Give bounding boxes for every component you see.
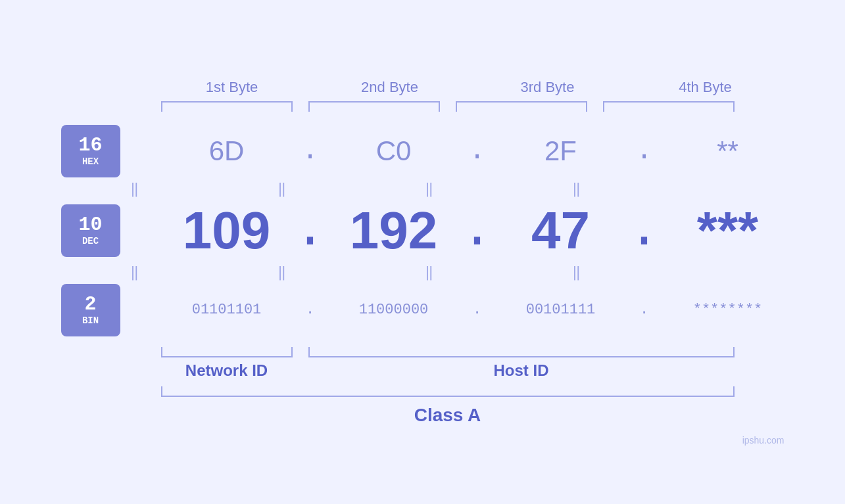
network-id-label: Network ID [161, 361, 293, 380]
dec-dot2: . [468, 204, 487, 257]
dec-values: 109 . 192 . 47 . *** [153, 200, 802, 261]
dec-dot3: . [635, 204, 654, 257]
class-bracket-row [153, 386, 785, 397]
host-id-label: Host ID [308, 361, 735, 380]
bin-byte2: 11000000 [328, 302, 460, 318]
hex-base-number: 16 [78, 135, 102, 155]
bin-row: 2 BIN 01101101 . 11000000 . 00101111 . *… [61, 284, 785, 336]
byte3-header: 3rd Byte [482, 79, 614, 96]
hex-byte4: ** [662, 135, 794, 167]
hex-base-label: 16 HEX [61, 125, 120, 177]
dec-row: 10 DEC 109 . 192 . 47 . *** [61, 200, 785, 261]
hex-values: 6D . C0 . 2F . ** [153, 135, 802, 167]
network-bracket [161, 347, 293, 357]
class-bracket [161, 386, 735, 397]
dec-byte4: *** [662, 200, 794, 261]
eq7: ‖ [364, 263, 495, 281]
dec-base-number: 10 [78, 215, 102, 235]
bin-values: 01101101 . 11000000 . 00101111 . *******… [153, 302, 802, 318]
bin-dot3: . [635, 302, 654, 318]
bin-base-number: 2 [84, 294, 96, 314]
id-labels: Network ID Host ID [153, 361, 785, 380]
bin-byte1: 01101101 [161, 302, 293, 318]
hex-dot3: . [635, 135, 654, 167]
equals-row-1: ‖ ‖ ‖ ‖ [61, 180, 785, 198]
bin-base-label: 2 BIN [61, 284, 120, 336]
eq5: ‖ [69, 263, 201, 281]
bin-byte3: 00101111 [495, 302, 627, 318]
dec-byte1: 109 [161, 200, 293, 261]
bracket-top-2 [308, 101, 440, 112]
bin-dot1: . [301, 302, 320, 318]
class-label: Class A [161, 405, 735, 426]
bin-base-name: BIN [82, 315, 99, 326]
watermark: ipshu.com [742, 435, 785, 446]
hex-dot1: . [301, 135, 320, 167]
eq4: ‖ [511, 180, 642, 198]
hex-byte3: 2F [495, 135, 627, 167]
dec-byte2: 192 [328, 200, 460, 261]
dec-byte3: 47 [495, 200, 627, 261]
byte1-header: 1st Byte [166, 79, 298, 96]
hex-byte1: 6D [161, 135, 293, 167]
bracket-top-3 [456, 101, 587, 112]
eq3: ‖ [364, 180, 495, 198]
dec-base-name: DEC [82, 236, 99, 246]
dec-base-label: 10 DEC [61, 204, 120, 257]
bracket-top-1 [161, 101, 293, 112]
bracket-top-4 [603, 101, 735, 112]
hex-row: 16 HEX 6D . C0 . 2F . ** [61, 125, 785, 177]
bin-byte4: ******** [662, 302, 794, 318]
bin-dot2: . [468, 302, 487, 318]
hex-byte2: C0 [328, 135, 460, 167]
hex-base-name: HEX [82, 156, 99, 167]
byte4-header: 4th Byte [640, 79, 771, 96]
equals-row-2: ‖ ‖ ‖ ‖ [61, 263, 785, 281]
eq1: ‖ [69, 180, 201, 198]
eq2: ‖ [216, 180, 348, 198]
dec-dot1: . [301, 204, 320, 257]
eq6: ‖ [216, 263, 348, 281]
byte2-header: 2nd Byte [324, 79, 456, 96]
hex-dot2: . [468, 135, 487, 167]
host-bracket [308, 347, 735, 357]
eq8: ‖ [511, 263, 642, 281]
class-label-row: Class A [153, 401, 785, 426]
bottom-brackets [153, 347, 785, 357]
